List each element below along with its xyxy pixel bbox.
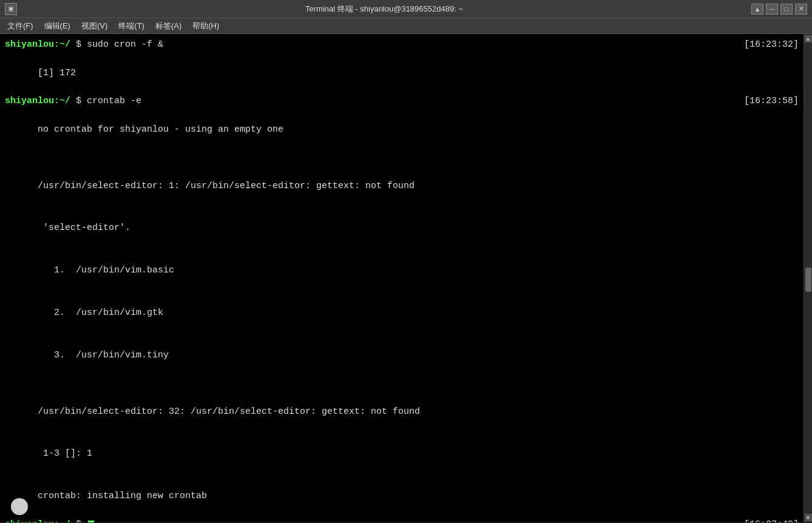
- circle-indicator: [11, 498, 28, 515]
- terminal-line-8: 1. /usr/bin/vim.basic: [5, 249, 799, 292]
- menu-tabs[interactable]: 标签(A): [151, 19, 186, 33]
- timestamp-3: [16:27:40]: [744, 518, 799, 523]
- menu-help[interactable]: 帮助(H): [188, 19, 224, 33]
- terminal-blank-2: [5, 376, 799, 390]
- cursor: [88, 521, 94, 522]
- scroll-down-arrow[interactable]: ▼: [805, 514, 812, 521]
- menubar: 文件(F) 编辑(E) 视图(V) 终端(T) 标签(A) 帮助(H): [0, 18, 812, 34]
- minimize-button[interactable]: ─: [766, 4, 778, 15]
- scroll-up-arrow[interactable]: ▲: [805, 35, 812, 42]
- timestamp-2: [16:23:58]: [744, 94, 799, 108]
- terminal-line-7: 'select-editor'.: [5, 207, 799, 249]
- scroll-up-btn[interactable]: ▲: [751, 4, 763, 15]
- maximize-button[interactable]: □: [780, 4, 793, 15]
- terminal-content[interactable]: shiyanlou:~/ $ sudo cron -f & [16:23:32]…: [0, 34, 804, 522]
- terminal-wrapper: shiyanlou:~/ $ sudo cron -f & [16:23:32]…: [0, 34, 812, 522]
- titlebar: ▣ Terminal 终端 - shiyanlou@31896552d489: …: [0, 0, 812, 18]
- scrollbar[interactable]: ▲ ▼: [804, 34, 812, 522]
- terminal-line-4: no crontab for shiyanlou - using an empt…: [5, 108, 799, 150]
- terminal-line-15: shiyanlou:~/ $ [16:27:40]: [5, 518, 799, 523]
- terminal-line-9: 2. /usr/bin/vim.gtk: [5, 292, 799, 334]
- prompt-3: shiyanlou:~/: [5, 519, 70, 523]
- terminal-line-10: 3. /usr/bin/vim.tiny: [5, 334, 799, 376]
- menu-edit[interactable]: 编辑(E): [39, 19, 75, 33]
- prompt-2: shiyanlou:~/: [5, 96, 70, 106]
- terminal-line-3: shiyanlou:~/ $ crontab -e [16:23:58]: [5, 94, 799, 108]
- terminal-blank-1: [5, 150, 799, 164]
- scrollbar-thumb[interactable]: [805, 268, 811, 292]
- terminal-line-1: shiyanlou:~/ $ sudo cron -f & [16:23:32]: [5, 38, 799, 52]
- terminal-line-12: /usr/bin/select-editor: 32: /usr/bin/sel…: [5, 390, 799, 433]
- window-title: Terminal 终端 - shiyanlou@31896552d489: ~: [17, 4, 751, 15]
- prompt-1: shiyanlou:~/: [5, 39, 70, 50]
- close-button[interactable]: ✕: [795, 4, 807, 15]
- app-icon: ▣: [5, 3, 17, 15]
- window-controls: ▲ ─ □ ✕: [751, 4, 807, 15]
- menu-terminal[interactable]: 终端(T): [113, 19, 149, 33]
- terminal-line-13: 1-3 []: 1: [5, 433, 799, 475]
- terminal-line-14: crontab: installing new crontab: [5, 475, 799, 518]
- menu-view[interactable]: 视图(V): [76, 19, 112, 33]
- terminal-line-2: [1] 172: [5, 52, 799, 94]
- timestamp-1: [16:23:32]: [744, 38, 799, 52]
- terminal-line-6: /usr/bin/select-editor: 1: /usr/bin/sele…: [5, 164, 799, 207]
- menu-file[interactable]: 文件(F): [2, 19, 38, 33]
